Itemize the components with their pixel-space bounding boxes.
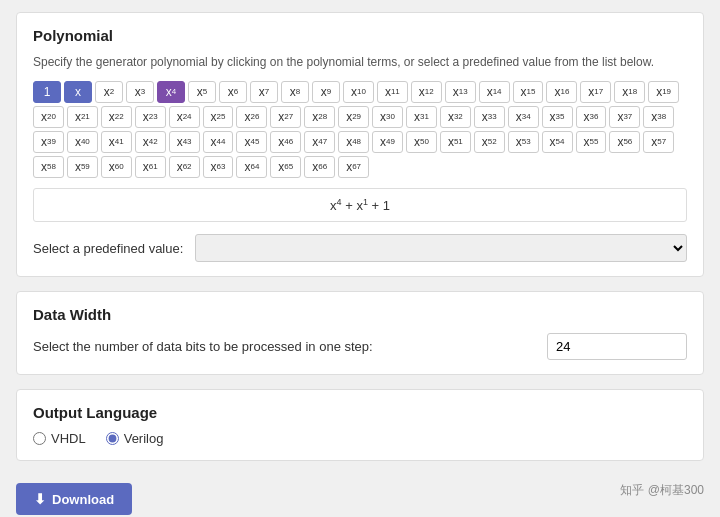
poly-term-31[interactable]: x31 — [406, 106, 437, 128]
predefined-row: Select a predefined value: — [33, 234, 687, 262]
poly-term-66[interactable]: x66 — [304, 156, 335, 178]
poly-term-48[interactable]: x48 — [338, 131, 369, 153]
predefined-select[interactable] — [195, 234, 687, 262]
poly-term-4[interactable]: x4 — [157, 81, 185, 103]
poly-term-22[interactable]: x22 — [101, 106, 132, 128]
poly-term-20[interactable]: x20 — [33, 106, 64, 128]
poly-term-25[interactable]: x25 — [203, 106, 234, 128]
poly-term-23[interactable]: x23 — [135, 106, 166, 128]
poly-term-54[interactable]: x54 — [542, 131, 573, 153]
bottom-bar: ⬇ Download — [0, 473, 720, 517]
poly-term-47[interactable]: x47 — [304, 131, 335, 153]
poly-term-39[interactable]: x39 — [33, 131, 64, 153]
radio-verilog-label: Verilog — [124, 431, 164, 446]
poly-term-52[interactable]: x52 — [474, 131, 505, 153]
poly-term-59[interactable]: x59 — [67, 156, 98, 178]
poly-term-45[interactable]: x45 — [236, 131, 267, 153]
poly-term-14[interactable]: x14 — [479, 81, 510, 103]
radio-vhdl-input[interactable] — [33, 432, 46, 445]
polynomial-card: Polynomial Specify the generator polynom… — [16, 12, 704, 277]
watermark: 知乎 @柯基300 — [620, 482, 704, 499]
polynomial-description: Specify the generator polynomial by clic… — [33, 54, 687, 71]
poly-term-19[interactable]: x19 — [648, 81, 679, 103]
poly-term-3[interactable]: x3 — [126, 81, 154, 103]
poly-term-44[interactable]: x44 — [203, 131, 234, 153]
poly-term-26[interactable]: x26 — [236, 106, 267, 128]
poly-term-27[interactable]: x27 — [270, 106, 301, 128]
poly-term-49[interactable]: x49 — [372, 131, 403, 153]
poly-term-7[interactable]: x7 — [250, 81, 278, 103]
poly-term-64[interactable]: x64 — [236, 156, 267, 178]
poly-term-17[interactable]: x17 — [580, 81, 611, 103]
download-label: Download — [52, 492, 114, 507]
poly-term-65[interactable]: x65 — [270, 156, 301, 178]
poly-term-11[interactable]: x11 — [377, 81, 408, 103]
poly-term-42[interactable]: x42 — [135, 131, 166, 153]
poly-term-43[interactable]: x43 — [169, 131, 200, 153]
polynomial-formula: x4 + x1 + 1 — [33, 188, 687, 222]
poly-term-1[interactable]: x — [64, 81, 92, 103]
poly-term-10[interactable]: x10 — [343, 81, 374, 103]
predefined-label: Select a predefined value: — [33, 241, 183, 256]
poly-term-51[interactable]: x51 — [440, 131, 471, 153]
poly-term-41[interactable]: x41 — [101, 131, 132, 153]
poly-term-28[interactable]: x28 — [304, 106, 335, 128]
download-icon: ⬇ — [34, 491, 46, 507]
polynomial-grid: 1xx2x3x4x5x6x7x8x9x10x11x12x13x14x15x16x… — [33, 81, 687, 178]
poly-term-24[interactable]: x24 — [169, 106, 200, 128]
poly-term-33[interactable]: x33 — [474, 106, 505, 128]
poly-term-16[interactable]: x16 — [546, 81, 577, 103]
radio-vhdl-label: VHDL — [51, 431, 86, 446]
poly-term-37[interactable]: x37 — [609, 106, 640, 128]
data-width-title: Data Width — [33, 306, 687, 323]
poly-term-15[interactable]: x15 — [513, 81, 544, 103]
radio-verilog-input[interactable] — [106, 432, 119, 445]
radio-group: VHDL Verilog — [33, 431, 687, 446]
poly-term-62[interactable]: x62 — [169, 156, 200, 178]
poly-term-21[interactable]: x21 — [67, 106, 98, 128]
download-button[interactable]: ⬇ Download — [16, 483, 132, 515]
poly-term-30[interactable]: x30 — [372, 106, 403, 128]
data-width-row: Select the number of data bits to be pro… — [33, 333, 687, 360]
data-width-card: Data Width Select the number of data bit… — [16, 291, 704, 375]
poly-term-35[interactable]: x35 — [542, 106, 573, 128]
poly-term-13[interactable]: x13 — [445, 81, 476, 103]
poly-term-61[interactable]: x61 — [135, 156, 166, 178]
poly-term-32[interactable]: x32 — [440, 106, 471, 128]
radio-verilog[interactable]: Verilog — [106, 431, 164, 446]
poly-term-55[interactable]: x55 — [576, 131, 607, 153]
poly-term-18[interactable]: x18 — [614, 81, 645, 103]
poly-term-12[interactable]: x12 — [411, 81, 442, 103]
poly-term-60[interactable]: x60 — [101, 156, 132, 178]
poly-term-56[interactable]: x56 — [609, 131, 640, 153]
poly-term-36[interactable]: x36 — [576, 106, 607, 128]
poly-term-0[interactable]: 1 — [33, 81, 61, 103]
radio-vhdl[interactable]: VHDL — [33, 431, 86, 446]
poly-term-34[interactable]: x34 — [508, 106, 539, 128]
poly-term-8[interactable]: x8 — [281, 81, 309, 103]
poly-term-67[interactable]: x67 — [338, 156, 369, 178]
poly-term-9[interactable]: x9 — [312, 81, 340, 103]
poly-term-29[interactable]: x29 — [338, 106, 369, 128]
poly-term-5[interactable]: x5 — [188, 81, 216, 103]
poly-term-58[interactable]: x58 — [33, 156, 64, 178]
poly-term-2[interactable]: x2 — [95, 81, 123, 103]
output-language-title: Output Language — [33, 404, 687, 421]
data-width-description: Select the number of data bits to be pro… — [33, 339, 535, 354]
data-width-input[interactable] — [547, 333, 687, 360]
polynomial-title: Polynomial — [33, 27, 687, 44]
poly-term-40[interactable]: x40 — [67, 131, 98, 153]
poly-term-6[interactable]: x6 — [219, 81, 247, 103]
poly-term-38[interactable]: x38 — [643, 106, 674, 128]
poly-term-63[interactable]: x63 — [203, 156, 234, 178]
poly-term-53[interactable]: x53 — [508, 131, 539, 153]
poly-term-46[interactable]: x46 — [270, 131, 301, 153]
poly-term-57[interactable]: x57 — [643, 131, 674, 153]
output-language-card: Output Language VHDL Verilog — [16, 389, 704, 461]
poly-term-50[interactable]: x50 — [406, 131, 437, 153]
